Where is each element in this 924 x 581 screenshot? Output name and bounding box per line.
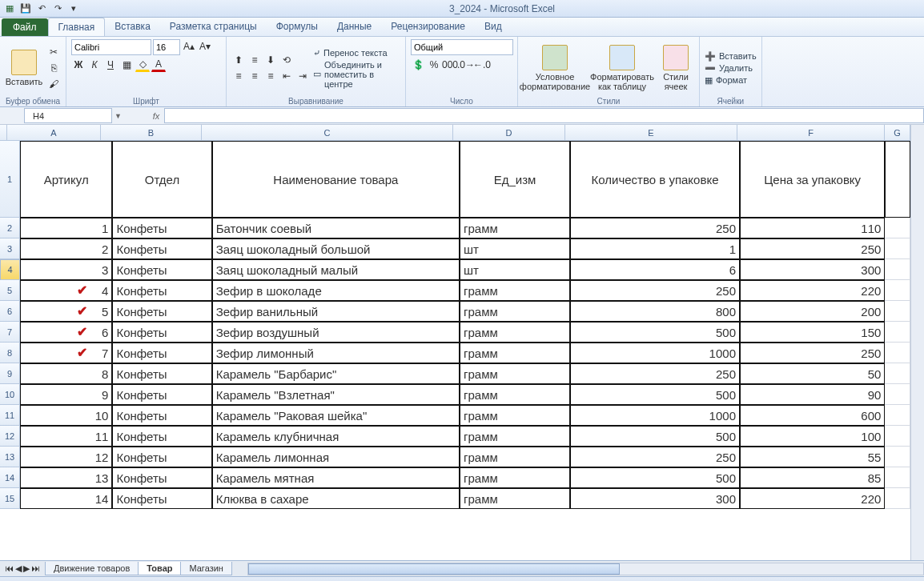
tab-nav-next-icon[interactable]: ▶ (23, 563, 30, 574)
cell-G13[interactable] (885, 447, 910, 467)
italic-icon[interactable]: К (87, 58, 102, 72)
cell-C3[interactable]: Заяц шоколадный большой (212, 238, 460, 259)
cell-G6[interactable] (885, 301, 910, 322)
cell-C14[interactable]: Карамель мятная (212, 467, 460, 488)
row-header-3[interactable]: 3 (0, 238, 20, 259)
row-header-6[interactable]: 6 (0, 301, 20, 322)
file-tab[interactable]: Файл (2, 18, 48, 36)
row-header-10[interactable]: 10 (0, 384, 20, 405)
row-header-5[interactable]: 5 (0, 280, 20, 301)
ribbon-tab-6[interactable]: Вид (475, 18, 512, 36)
row-header-13[interactable]: 13 (0, 447, 20, 467)
cell-D8[interactable]: грамм (460, 343, 570, 363)
cell-D11[interactable]: грамм (460, 405, 570, 426)
scrollbar-thumb[interactable] (248, 563, 620, 575)
cell-F13[interactable]: 55 (740, 447, 885, 467)
currency-icon[interactable]: 💲 (411, 58, 425, 72)
align-right-icon[interactable]: ≡ (263, 69, 278, 83)
cell-B4[interactable]: Конфеты (112, 259, 211, 280)
font-color-icon[interactable]: A (151, 58, 166, 72)
paste-button[interactable]: Вставить (5, 39, 43, 97)
row-header-4[interactable]: 4 (0, 259, 20, 280)
cell-A4[interactable]: 3 (20, 259, 112, 280)
header-cell-A[interactable]: Артикул (20, 141, 112, 218)
header-cell-F[interactable]: Цена за упаковку (740, 141, 885, 218)
cell-C2[interactable]: Батончик соевый (212, 218, 460, 238)
cell-E8[interactable]: 1000 (570, 343, 740, 363)
number-format-select[interactable] (411, 39, 513, 55)
format-as-table-button[interactable]: Форматировать как таблицу (590, 39, 654, 97)
format-painter-icon[interactable]: 🖌 (46, 77, 61, 91)
bold-icon[interactable]: Ж (71, 58, 86, 72)
col-header-D[interactable]: D (453, 125, 565, 141)
cell-C12[interactable]: Карамель клубничная (212, 426, 460, 447)
cell-G4[interactable] (885, 259, 910, 280)
align-left-icon[interactable]: ≡ (231, 69, 246, 83)
cell-E7[interactable]: 500 (570, 322, 740, 343)
tab-nav-first-icon[interactable]: ⏮ (5, 563, 14, 574)
font-name-select[interactable] (71, 39, 151, 55)
cell-F10[interactable]: 90 (740, 384, 885, 405)
cell-F5[interactable]: 220 (740, 280, 885, 301)
cell-D12[interactable]: грамм (460, 426, 570, 447)
col-header-C[interactable]: C (202, 125, 453, 141)
cell-F11[interactable]: 600 (740, 405, 885, 426)
merge-center-button[interactable]: ▭Объединить и поместить в центре (313, 60, 400, 89)
header-cell-C[interactable]: Наименование товара (212, 141, 460, 218)
header-cell-G[interactable] (885, 141, 910, 218)
cell-C13[interactable]: Карамель лимонная (212, 447, 460, 467)
ribbon-tab-4[interactable]: Данные (327, 18, 381, 36)
cell-E5[interactable]: 250 (570, 280, 740, 301)
border-icon[interactable]: ▦ (119, 58, 134, 72)
row-header-2[interactable]: 2 (0, 218, 20, 238)
cell-B9[interactable]: Конфеты (112, 363, 211, 384)
cell-A2[interactable]: 1 (20, 218, 112, 238)
sheet-tab-0[interactable]: Движение товаров (45, 562, 139, 575)
cell-B15[interactable]: Конфеты (112, 488, 211, 509)
cell-A9[interactable]: 8 (20, 363, 112, 384)
col-header-F[interactable]: F (737, 125, 885, 141)
cell-D14[interactable]: грамм (460, 467, 570, 488)
shrink-font-icon[interactable]: A▾ (198, 39, 212, 54)
format-cells-button[interactable]: ▦Формат (705, 75, 757, 86)
cell-B8[interactable]: Конфеты (112, 343, 211, 363)
cell-A14[interactable]: 13 (20, 467, 112, 488)
grid-cells[interactable]: АртикулОтделНаименование товараЕд_измКол… (20, 141, 910, 560)
cell-G5[interactable] (885, 280, 910, 301)
tab-nav-prev-icon[interactable]: ◀ (15, 563, 22, 574)
align-center-icon[interactable]: ≡ (247, 69, 262, 83)
header-cell-B[interactable]: Отдел (112, 141, 211, 218)
cell-D13[interactable]: грамм (460, 447, 570, 467)
row-header-11[interactable]: 11 (0, 405, 20, 426)
cell-G2[interactable] (885, 218, 910, 238)
cell-E11[interactable]: 1000 (570, 405, 740, 426)
cell-E9[interactable]: 250 (570, 363, 740, 384)
align-top-icon[interactable]: ⬆ (231, 53, 246, 67)
cell-A10[interactable]: 9 (20, 384, 112, 405)
cell-F15[interactable]: 220 (740, 488, 885, 509)
cell-B11[interactable]: Конфеты (112, 405, 211, 426)
name-box[interactable]: H4 (24, 108, 112, 123)
cell-G14[interactable] (885, 467, 910, 488)
cell-E4[interactable]: 6 (570, 259, 740, 280)
cell-G7[interactable] (885, 322, 910, 343)
horizontal-scrollbar[interactable] (247, 563, 924, 575)
cell-F7[interactable]: 150 (740, 322, 885, 343)
cell-E12[interactable]: 500 (570, 426, 740, 447)
font-size-select[interactable] (153, 39, 180, 55)
cell-E14[interactable]: 500 (570, 467, 740, 488)
cell-E3[interactable]: 1 (570, 238, 740, 259)
row-header-12[interactable]: 12 (0, 426, 20, 447)
cell-D6[interactable]: грамм (460, 301, 570, 322)
cell-D9[interactable]: грамм (460, 363, 570, 384)
cell-B12[interactable]: Конфеты (112, 426, 211, 447)
fill-color-icon[interactable]: ◇ (135, 58, 150, 72)
cell-B13[interactable]: Конфеты (112, 447, 211, 467)
col-header-B[interactable]: B (101, 125, 202, 141)
qat-dropdown-icon[interactable]: ▾ (67, 2, 80, 15)
align-bottom-icon[interactable]: ⬇ (263, 53, 278, 67)
formula-input[interactable] (164, 108, 924, 123)
cell-E6[interactable]: 800 (570, 301, 740, 322)
cell-C9[interactable]: Карамель "Барбарис" (212, 363, 460, 384)
grow-font-icon[interactable]: A▴ (182, 39, 196, 54)
